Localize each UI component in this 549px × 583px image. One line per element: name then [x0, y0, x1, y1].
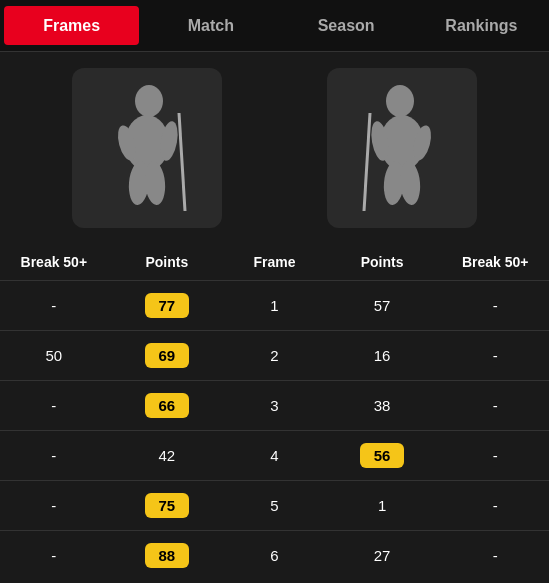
cell-break-right: - — [441, 431, 549, 481]
player-left-silhouette — [97, 83, 197, 213]
svg-line-6 — [179, 113, 185, 211]
cell-break-left: 50 — [0, 331, 108, 381]
table-row: -77157- — [0, 281, 549, 331]
cell-break-right: - — [441, 381, 549, 431]
cell-points-left: 75 — [108, 481, 226, 531]
cell-break-left: - — [0, 481, 108, 531]
cell-points-right: 38 — [323, 381, 441, 431]
tab-match[interactable]: Match — [143, 0, 278, 51]
cell-frame: 3 — [226, 381, 323, 431]
cell-points-right: 27 — [323, 531, 441, 581]
player-right-silhouette — [352, 83, 452, 213]
cell-frame: 5 — [226, 481, 323, 531]
players-row — [0, 52, 549, 236]
table-row: -7551- — [0, 481, 549, 531]
cell-points-left: 88 — [108, 531, 226, 581]
col-header-points-left: Points — [108, 244, 226, 281]
table-row: -66338- — [0, 381, 549, 431]
cell-points-right: 56 — [323, 431, 441, 481]
table-row: 5069216- — [0, 331, 549, 381]
cell-break-right: - — [441, 281, 549, 331]
points-highlight: 75 — [145, 493, 189, 518]
table-row: -42456- — [0, 431, 549, 481]
points-highlight: 88 — [145, 543, 189, 568]
cell-points-left: 77 — [108, 281, 226, 331]
table-row: -88627- — [0, 531, 549, 581]
cell-frame: 4 — [226, 431, 323, 481]
cell-points-left: 69 — [108, 331, 226, 381]
stats-table: Break 50+ Points Frame Points Break 50+ … — [0, 244, 549, 580]
cell-points-left: 66 — [108, 381, 226, 431]
cell-points-right: 57 — [323, 281, 441, 331]
player-left-figure — [72, 68, 222, 228]
cell-break-left: - — [0, 431, 108, 481]
tab-bar: Frames Match Season Rankings — [0, 0, 549, 52]
points-highlight: 77 — [145, 293, 189, 318]
cell-break-right: - — [441, 481, 549, 531]
tab-frames[interactable]: Frames — [4, 6, 139, 45]
cell-frame: 2 — [226, 331, 323, 381]
svg-point-7 — [386, 85, 414, 117]
cell-points-right: 16 — [323, 331, 441, 381]
points-highlight: 66 — [145, 393, 189, 418]
points-highlight: 56 — [360, 443, 404, 468]
player-right-figure — [327, 68, 477, 228]
cell-break-left: - — [0, 531, 108, 581]
col-header-frame: Frame — [226, 244, 323, 281]
tab-season[interactable]: Season — [279, 0, 414, 51]
col-header-break-right: Break 50+ — [441, 244, 549, 281]
svg-line-13 — [364, 113, 370, 211]
cell-break-right: - — [441, 531, 549, 581]
cell-points-right: 1 — [323, 481, 441, 531]
cell-break-right: - — [441, 331, 549, 381]
col-header-break-left: Break 50+ — [0, 244, 108, 281]
svg-point-0 — [135, 85, 163, 117]
cell-break-left: - — [0, 281, 108, 331]
cell-break-left: - — [0, 381, 108, 431]
cell-points-left: 42 — [108, 431, 226, 481]
cell-frame: 6 — [226, 531, 323, 581]
tab-rankings[interactable]: Rankings — [414, 0, 549, 51]
col-header-points-right: Points — [323, 244, 441, 281]
points-highlight: 69 — [145, 343, 189, 368]
cell-frame: 1 — [226, 281, 323, 331]
